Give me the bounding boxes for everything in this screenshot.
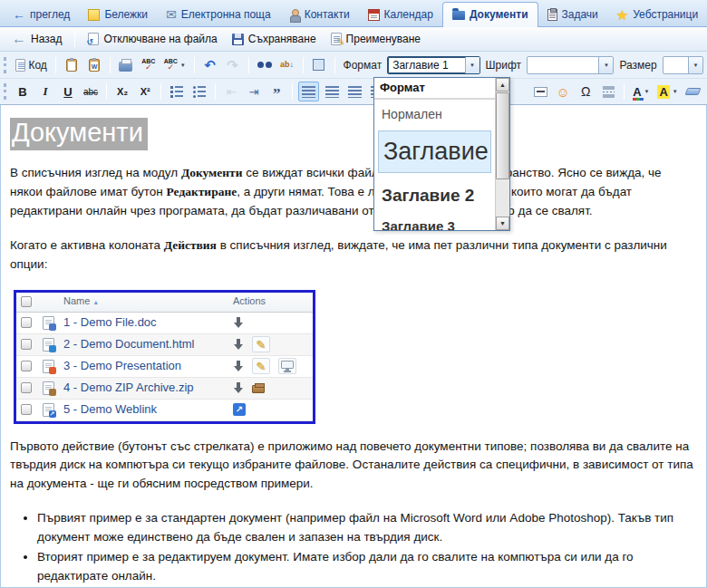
edit-button[interactable]: ✎ — [252, 358, 270, 374]
tab-contacts[interactable]: Контакти — [280, 3, 359, 26]
select-all-checkbox[interactable] — [21, 296, 32, 307]
row-checkbox[interactable] — [21, 361, 32, 371]
fullscreen-button[interactable] — [309, 55, 329, 75]
table-row: 4 - Demo ZIP Archive.zip — [16, 378, 313, 400]
tab-overview[interactable]: ← преглед — [4, 3, 79, 26]
file-link[interactable]: 5 - Demo Weblink — [63, 402, 157, 416]
list-item: Първият пример е за стандартен документ … — [37, 509, 697, 547]
download-icon[interactable] — [233, 381, 244, 394]
present-button[interactable] — [278, 358, 296, 374]
row-checkbox[interactable] — [21, 339, 32, 350]
table-header-row: Name▲ Actions — [16, 293, 313, 313]
bold-button[interactable]: B — [13, 82, 33, 101]
tab-label: Уебстраници — [633, 8, 698, 21]
redo-button[interactable]: ↷ — [223, 55, 243, 75]
find-button[interactable] — [255, 55, 275, 75]
term-actions: Действия — [164, 238, 217, 252]
tab-email[interactable]: ✉ Електронна поща — [157, 3, 280, 26]
paste-from-word-button[interactable]: W — [84, 55, 104, 75]
extract-archive-icon[interactable] — [252, 385, 265, 393]
source-code-button[interactable]: Код — [13, 55, 50, 75]
tab-calendar[interactable]: Календар — [359, 3, 442, 26]
text-color-button[interactable]: A ▼ — [630, 82, 652, 101]
size-select-arrow[interactable]: ▼ — [688, 57, 702, 73]
editor-content-area[interactable]: Документи В списъчния изглед на модул До… — [0, 105, 707, 588]
underline-button[interactable]: U — [58, 82, 78, 101]
special-char-button[interactable]: Ω — [576, 82, 596, 101]
scrollbar-thumb[interactable] — [496, 92, 509, 179]
name-column-header[interactable]: Name▲ — [60, 294, 229, 309]
code-label: Код — [28, 59, 46, 72]
bullet-list-icon — [193, 86, 206, 98]
undo-button[interactable]: ↶ — [200, 55, 220, 75]
row-checkbox[interactable] — [21, 317, 32, 328]
row-checkbox[interactable] — [21, 404, 32, 415]
format-option-heading1[interactable]: Заглавие 1 — [378, 130, 491, 173]
file-link[interactable]: 1 - Demo File.doc — [63, 315, 157, 329]
edit-button[interactable]: ✎ — [252, 336, 270, 352]
scroll-up-button[interactable]: ▲ — [496, 78, 509, 92]
align-center-button[interactable] — [322, 82, 342, 101]
tab-documents[interactable]: Документи — [442, 2, 538, 27]
format-select[interactable]: Заглавие 1 ▼ — [387, 56, 479, 74]
file-link[interactable]: 4 - Demo ZIP Archive.zip — [63, 381, 194, 394]
remove-format-button[interactable] — [683, 82, 703, 101]
save-button[interactable]: Съхраняване — [228, 31, 321, 47]
highlight-color-button[interactable]: A ▼ — [654, 82, 680, 101]
text-color-icon: A — [633, 85, 641, 99]
format-select-arrow[interactable]: ▼ — [465, 57, 479, 73]
person-icon — [289, 9, 300, 21]
unlock-file-button[interactable]: ↺ Отключване на файла — [83, 31, 221, 47]
separator — [624, 83, 625, 100]
toolbar-grip[interactable] — [4, 83, 7, 100]
font-select[interactable]: ▼ — [527, 56, 614, 74]
align-left-button[interactable] — [298, 82, 319, 101]
font-select-arrow[interactable]: ▼ — [598, 57, 613, 73]
external-link-icon[interactable]: ↗ — [233, 403, 246, 416]
spellcheck-menu-button[interactable]: ABC✓ ▼ — [161, 55, 189, 75]
back-arrow-icon: ← — [13, 8, 25, 21]
indent-button[interactable]: ⇥ — [244, 82, 264, 101]
page-break-button[interactable] — [598, 82, 618, 101]
paste-button[interactable] — [62, 55, 82, 75]
ordered-list-button[interactable] — [167, 82, 187, 101]
strikethrough-button[interactable]: abc — [81, 82, 101, 101]
format-option-heading3[interactable]: Заглавие 3 — [374, 211, 495, 230]
emoticon-button[interactable]: ☺ — [553, 82, 573, 101]
format-option-heading2[interactable]: Заглавие 2 — [374, 177, 495, 211]
outdent-button[interactable]: ⇤ — [221, 82, 241, 101]
rename-button[interactable]: ✎ Преименуване — [326, 31, 425, 47]
format-option-normal[interactable]: Нормален — [374, 100, 495, 129]
download-icon[interactable] — [233, 338, 244, 351]
bullet-list-button[interactable] — [189, 82, 209, 101]
horizontal-rule-icon — [534, 87, 547, 97]
separator — [55, 57, 56, 73]
size-select[interactable]: ▼ — [663, 56, 703, 74]
outdent-icon: ⇤ — [227, 86, 237, 98]
dropdown-scrollbar[interactable]: ▲ ▼ — [495, 78, 509, 230]
tab-weblinks[interactable]: ★ Уебстраници — [607, 3, 707, 26]
tab-notes[interactable]: Бележки — [79, 3, 157, 26]
tab-tasks[interactable]: Задачи — [538, 3, 607, 26]
file-link[interactable]: 3 - Demo Presentation — [63, 359, 181, 372]
subscript-button[interactable]: X₂ — [112, 82, 132, 101]
scroll-down-button[interactable]: ▼ — [496, 217, 509, 230]
file-link[interactable]: 2 - Demo Document.html — [63, 337, 195, 351]
actions-column-header: Actions — [229, 294, 313, 309]
italic-button[interactable]: I — [35, 82, 55, 101]
toolbar-grip[interactable] — [4, 57, 7, 73]
back-button[interactable]: ← Назад — [7, 30, 66, 48]
blockquote-icon: ” — [273, 90, 281, 99]
download-icon[interactable] — [233, 316, 244, 329]
horizontal-rule-button[interactable] — [530, 82, 550, 101]
download-icon[interactable] — [233, 360, 244, 372]
ordered-list-icon — [170, 86, 183, 98]
row-checkbox[interactable] — [21, 382, 32, 393]
print-button[interactable] — [116, 55, 136, 75]
align-right-button[interactable] — [344, 82, 364, 101]
spellcheck-button[interactable]: ABC✓ — [139, 55, 159, 75]
blockquote-button[interactable]: ” — [266, 82, 286, 101]
bullet-list: Първият пример е за стандартен документ … — [37, 509, 697, 588]
find-replace-button[interactable]: ab↓ — [277, 55, 297, 75]
superscript-button[interactable]: X² — [135, 82, 155, 101]
